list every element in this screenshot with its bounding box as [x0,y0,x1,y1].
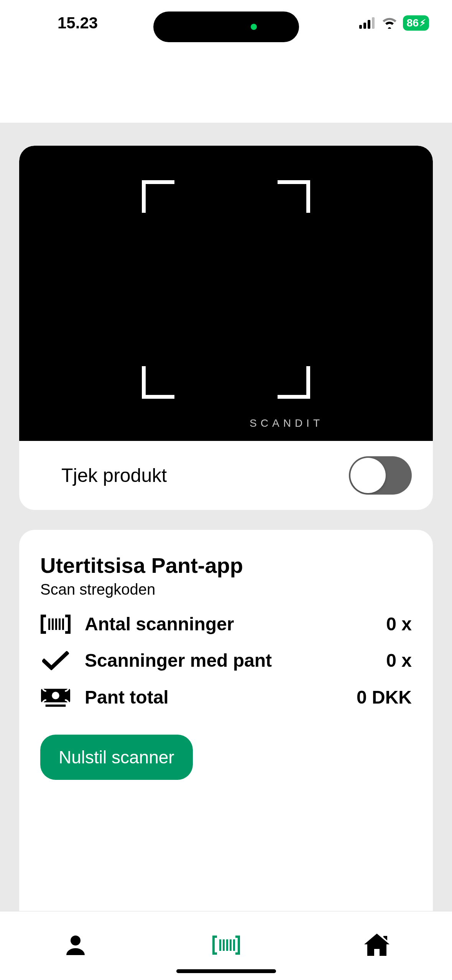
stats-subtitle: Scan stregkoden [40,581,412,598]
nav-profile[interactable] [60,931,91,961]
svg-point-10 [52,692,59,699]
svg-rect-3 [372,17,375,29]
svg-rect-1 [363,23,366,29]
viewfinder-corner [142,366,174,399]
battery-bolt-icon: ⚡︎ [419,18,426,28]
stat-label: Pant total [85,687,169,708]
bottom-nav [0,911,452,980]
stat-label: Antal scanninger [85,613,234,635]
svg-rect-8 [62,618,64,630]
check-icon [40,651,71,670]
svg-rect-14 [223,939,225,951]
stat-value: 0 x [386,613,412,635]
svg-rect-15 [226,939,228,951]
camera-view[interactable]: SCANDIT [19,146,433,441]
stat-value: 0 x [386,650,412,671]
status-right: 86⚡︎ [359,15,429,31]
svg-rect-0 [359,25,362,29]
scandit-watermark: SCANDIT [250,417,324,429]
svg-rect-2 [368,20,370,29]
svg-rect-5 [52,618,54,630]
home-icon [363,933,391,959]
main-content: SCANDIT Tjek produkt Utertitsisa Pant-ap… [0,123,452,911]
svg-rect-6 [55,618,57,630]
status-bar: 15.23 86⚡︎ [0,0,452,46]
money-icon [40,686,71,708]
stats-title: Utertitsisa Pant-app [40,553,412,578]
header-spacer [0,46,452,123]
svg-rect-11 [46,705,66,707]
toggle-row: Tjek produkt [19,441,433,510]
status-time: 15.23 [58,14,98,32]
stat-row-scans: Antal scanninger 0 x [40,613,412,635]
viewfinder-corner [278,180,310,213]
stat-value: 0 DKK [357,687,412,708]
wifi-icon [381,17,398,29]
check-product-toggle[interactable] [349,456,412,495]
svg-rect-16 [230,939,232,951]
home-indicator[interactable] [176,969,276,973]
person-icon [63,933,88,959]
toggle-label: Tjek produkt [61,464,167,487]
battery-pct: 86 [407,17,419,29]
barcode-icon [212,936,240,956]
svg-rect-7 [59,618,61,630]
signal-icon [359,17,376,29]
viewfinder-corner [142,180,174,213]
viewfinder-corner [278,366,310,399]
nav-scanner[interactable] [211,931,242,961]
scanner-card: SCANDIT Tjek produkt [19,146,433,510]
stat-row-total: Pant total 0 DKK [40,686,412,708]
svg-rect-17 [233,939,235,951]
barcode-icon [40,615,71,634]
switch-knob [350,458,386,493]
dynamic-island [153,12,299,42]
svg-point-12 [71,936,81,945]
battery-indicator: 86⚡︎ [403,15,429,31]
svg-rect-4 [48,618,50,630]
stat-label: Scanninger med pant [85,650,272,671]
stats-card: Utertitsisa Pant-app Scan stregkoden Ant… [19,530,433,911]
stat-row-deposit-scans: Scanninger med pant 0 x [40,650,412,671]
nav-home[interactable] [362,931,392,961]
reset-scanner-button[interactable]: Nulstil scanner [40,735,193,780]
svg-rect-13 [219,939,221,951]
